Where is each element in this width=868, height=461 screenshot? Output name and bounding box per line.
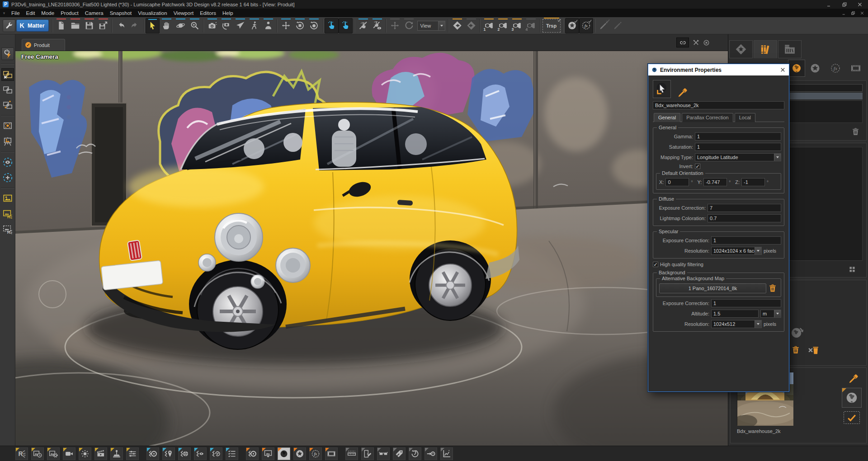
- specular-exposure-input[interactable]: [711, 236, 781, 245]
- render-button[interactable]: [15, 447, 28, 460]
- altitude-unit-dropdown[interactable]: m: [760, 310, 781, 318]
- background-resolution-dropdown[interactable]: 1024x512: [711, 320, 762, 328]
- layers-positions-button[interactable]: [162, 447, 175, 460]
- translate-object-button[interactable]: [279, 18, 293, 33]
- disable-interaction-button[interactable]: [356, 18, 370, 33]
- portal-editor-button[interactable]: [361, 447, 374, 460]
- image-settings-button[interactable]: [47, 447, 60, 460]
- render-image-button[interactable]: [1, 207, 14, 220]
- effects-fx-toggle[interactable]: [579, 18, 593, 33]
- previous-view-button[interactable]: [450, 18, 464, 33]
- materials-editor-button[interactable]: [246, 447, 259, 460]
- menu-file[interactable]: File: [8, 9, 23, 17]
- pan-tool-button[interactable]: [160, 18, 174, 33]
- menu-editors[interactable]: Editors: [197, 9, 219, 17]
- dialog-close-button[interactable]: [780, 67, 786, 73]
- link-views-button[interactable]: [676, 38, 689, 47]
- environment-type-button[interactable]: [842, 388, 862, 408]
- avatar-tool-button[interactable]: [261, 18, 275, 33]
- undo-button[interactable]: [114, 18, 128, 33]
- save-button[interactable]: [82, 18, 96, 33]
- target-transfer-button[interactable]: [425, 447, 437, 460]
- tab-library-folder[interactable]: [778, 40, 802, 58]
- fly-tool-button[interactable]: [233, 18, 247, 33]
- measure-tool-button[interactable]: [345, 447, 358, 460]
- render-region-button[interactable]: [1, 120, 14, 132]
- tag-tools-button[interactable]: [393, 447, 406, 460]
- camera-snapshot-button[interactable]: [205, 18, 219, 33]
- move-gizmo-button[interactable]: [388, 18, 402, 33]
- redo-button[interactable]: [128, 18, 142, 33]
- orbit-tool-button[interactable]: [174, 18, 188, 33]
- menu-product[interactable]: Product: [57, 9, 82, 17]
- realtime-lighting-button[interactable]: [1, 47, 14, 60]
- video-editor-button[interactable]: [63, 447, 75, 460]
- delete-environment-button[interactable]: [851, 127, 860, 136]
- mdi-restore-button[interactable]: [851, 11, 855, 15]
- background-exposure-input[interactable]: [711, 299, 781, 307]
- tab-local[interactable]: Local: [735, 113, 755, 122]
- dialog-title-bar[interactable]: Environment Properties: [648, 64, 789, 75]
- add-mode-button[interactable]: [1, 171, 14, 184]
- select-tool-button[interactable]: [146, 18, 160, 33]
- lightmap-off-button[interactable]: [1, 68, 14, 81]
- camera-slot-1-button[interactable]: 1: [482, 18, 496, 33]
- inspect-mode-button[interactable]: [1, 156, 14, 169]
- open-button[interactable]: [68, 18, 82, 33]
- tab-library[interactable]: [754, 40, 777, 58]
- animation-star-toggle[interactable]: [565, 18, 579, 33]
- restore-button[interactable]: [842, 2, 847, 7]
- menu-snapshot[interactable]: Snapshot: [107, 9, 135, 17]
- image-capture-button[interactable]: [1, 192, 14, 205]
- menu-mode[interactable]: Mode: [38, 9, 57, 17]
- tab-general[interactable]: General: [654, 113, 680, 122]
- image-history-button[interactable]: [31, 447, 44, 460]
- mdi-minimize-button[interactable]: [842, 11, 846, 15]
- zoom-tool-button[interactable]: [188, 18, 202, 33]
- layers-wheels-button[interactable]: [146, 447, 159, 460]
- walk-tool-button[interactable]: [247, 18, 261, 33]
- layers-visibility-button[interactable]: [194, 447, 207, 460]
- camera-slot-3-button[interactable]: 3: [510, 18, 524, 33]
- orientation-x-input[interactable]: [665, 178, 689, 186]
- textures-editor-button[interactable]: [262, 447, 274, 460]
- viewport-close-button[interactable]: [703, 39, 710, 46]
- menu-visualization[interactable]: Visualization: [135, 9, 170, 17]
- specular-resolution-dropdown[interactable]: 1024x1024 x 6 faces: [711, 247, 762, 255]
- paint-overlay-toggle[interactable]: [597, 18, 611, 33]
- close-button[interactable]: [857, 2, 863, 7]
- curve-editor-button[interactable]: [440, 447, 453, 460]
- diffuse-exposure-input[interactable]: [708, 204, 781, 212]
- mdi-close-button[interactable]: [860, 11, 864, 15]
- rotate-view-button[interactable]: [307, 18, 321, 33]
- lightmap-compute-button[interactable]: [1, 84, 14, 96]
- tab-produit[interactable]: ✓ Produit: [22, 39, 65, 51]
- new-document-button[interactable]: [54, 18, 68, 33]
- delete-all-button[interactable]: [805, 344, 822, 356]
- environment-name-input[interactable]: [653, 101, 784, 109]
- environment-editor-button[interactable]: [278, 447, 290, 460]
- settings-wrench-button[interactable]: [3, 19, 15, 32]
- menu-viewport[interactable]: Viewport: [170, 9, 197, 17]
- menu-help[interactable]: Help: [219, 9, 236, 17]
- eyedropper-button[interactable]: [677, 87, 688, 98]
- tab-parallax-correction[interactable]: Parallax Correction: [682, 113, 733, 122]
- paint-overlay-alt-toggle[interactable]: [611, 18, 625, 33]
- controller-editor-button[interactable]: [110, 447, 123, 460]
- layers-update-button[interactable]: [210, 447, 222, 460]
- altitude-input[interactable]: [711, 310, 759, 318]
- rotation-tools-button[interactable]: [409, 447, 421, 460]
- library-filter-environments[interactable]: [788, 60, 805, 77]
- transparency-toggle-button[interactable]: Trsp: [542, 19, 561, 33]
- backgrounds-editor-button[interactable]: [325, 447, 338, 460]
- menu-edit[interactable]: Edit: [23, 9, 38, 17]
- tab-products[interactable]: [729, 40, 753, 58]
- animation-editor-button[interactable]: [94, 447, 107, 460]
- lightmap-partial-button[interactable]: [1, 99, 14, 112]
- reload-environment-button[interactable]: [789, 325, 805, 340]
- postfx-editor-button[interactable]: [309, 447, 322, 460]
- menu-camera[interactable]: Camera: [82, 9, 107, 17]
- disable-interaction-eye-button[interactable]: [370, 18, 384, 33]
- mdi-system-icon[interactable]: ▾: [0, 11, 8, 15]
- interact-tap-alt-button[interactable]: [339, 18, 353, 33]
